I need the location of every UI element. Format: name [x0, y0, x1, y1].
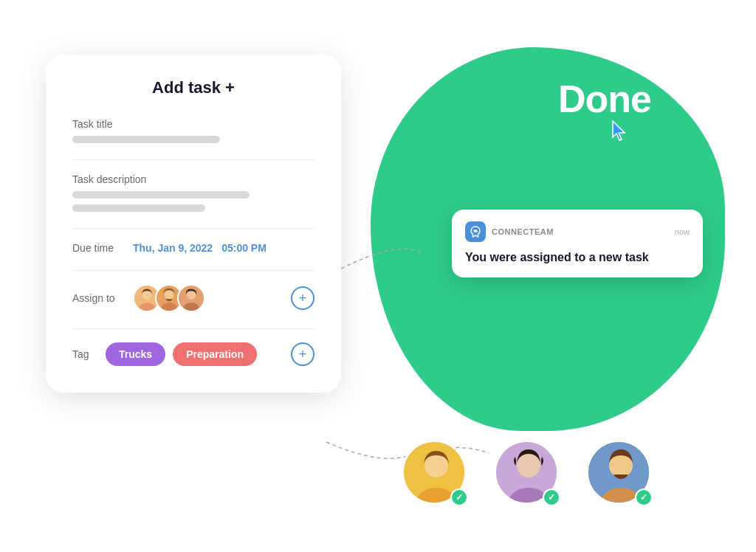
avatar-3	[177, 284, 205, 312]
large-avatar-wrapper-1: ✓	[402, 440, 467, 505]
cursor-icon	[610, 120, 630, 146]
svg-point-4	[165, 290, 174, 300]
svg-point-1	[142, 290, 152, 300]
divider-2	[72, 228, 315, 229]
notif-time: now	[675, 227, 690, 236]
due-date[interactable]: Thu, Jan 9, 2022	[133, 242, 213, 254]
due-time[interactable]: 05:00 PM	[221, 242, 267, 254]
divider-1	[72, 159, 315, 160]
large-avatar-wrapper-3: ✓	[586, 440, 651, 505]
tag-trucks[interactable]: Trucks	[106, 342, 165, 366]
task-title-field: Task title	[72, 118, 315, 143]
assignees-avatars	[133, 284, 205, 312]
task-description-label: Task description	[72, 173, 315, 185]
task-title-bar[interactable]	[72, 136, 220, 143]
notif-header: CONNECTEAM now	[465, 221, 690, 242]
notif-message: You were assigned to a new task	[465, 249, 690, 266]
assign-add-button[interactable]: +	[291, 286, 315, 310]
desc-bar-2	[72, 204, 205, 212]
tag-add-button[interactable]: +	[291, 342, 315, 366]
tag-label: Tag	[72, 348, 98, 360]
divider-3	[72, 270, 315, 271]
notif-brand-name: CONNECTEAM	[492, 227, 554, 236]
tag-row: Tag Trucks Preparation +	[72, 342, 315, 366]
desc-bar-1	[72, 191, 250, 199]
check-badge-1: ✓	[450, 489, 468, 506]
add-task-card: Add task + Task title Task description D…	[46, 55, 341, 393]
assign-to-label: Assign to	[72, 292, 124, 304]
assign-to-row: Assign to	[72, 284, 315, 312]
check-badge-3: ✓	[635, 489, 653, 506]
done-label: Done	[558, 77, 651, 121]
due-time-label: Due time	[72, 242, 124, 254]
task-title-label: Task title	[72, 118, 315, 130]
task-description-field: Task description	[72, 173, 315, 212]
svg-point-14	[517, 454, 540, 477]
check-badge-2: ✓	[543, 489, 560, 506]
notification-card: CONNECTEAM now You were assigned to a ne…	[452, 210, 703, 277]
due-time-row: Due time Thu, Jan 9, 2022 05:00 PM	[72, 242, 315, 254]
connecteam-logo	[465, 221, 486, 242]
tag-preparation[interactable]: Preparation	[173, 342, 257, 366]
card-title: Add task +	[72, 78, 315, 97]
notif-brand: CONNECTEAM	[465, 221, 554, 242]
divider-4	[72, 328, 315, 329]
large-avatar-wrapper-2: ✓	[494, 440, 559, 505]
description-bars	[72, 191, 315, 212]
